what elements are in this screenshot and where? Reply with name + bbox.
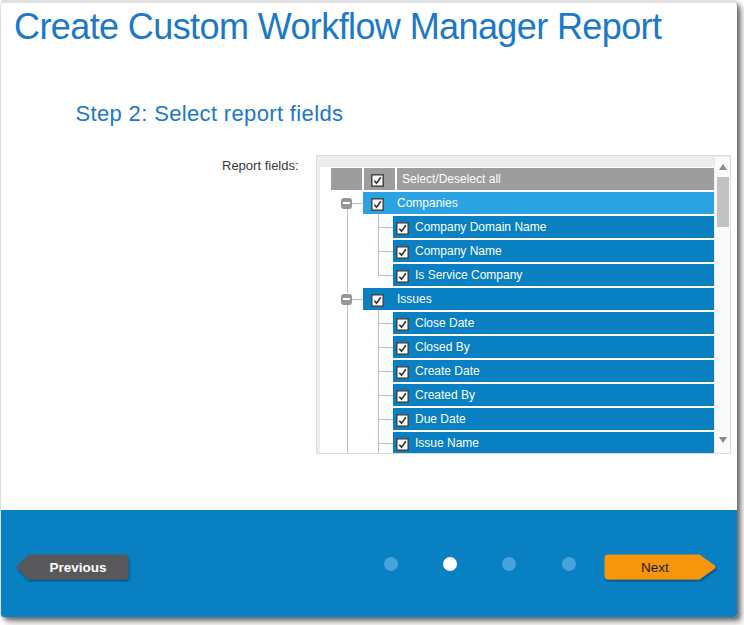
svg-text:Next: Next bbox=[641, 560, 669, 575]
svg-text:Previous: Previous bbox=[49, 560, 106, 575]
